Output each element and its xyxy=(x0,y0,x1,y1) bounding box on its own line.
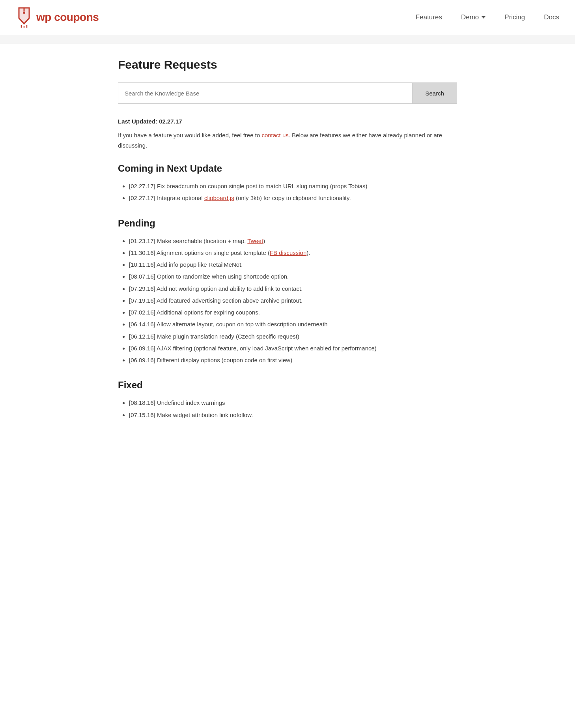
list-item: [06.12.16] Make plugin translation ready… xyxy=(129,331,457,342)
list-item: [08.18.16] Undefined index warnings xyxy=(129,398,457,408)
fb-discussion-link[interactable]: FB discussion xyxy=(270,249,306,256)
site-header: wp coupons Features Demo Pricing Docs xyxy=(0,0,575,35)
gray-band xyxy=(0,35,575,44)
intro-text: If you have a feature you would like add… xyxy=(118,130,457,150)
feature-list-pending: [01.23.17] Make searchable (location + m… xyxy=(118,236,457,366)
nav-pricing[interactable]: Pricing xyxy=(504,13,525,21)
section-heading-pending: Pending xyxy=(118,218,457,229)
last-updated: Last Updated: 02.27.17 xyxy=(118,118,457,125)
search-button[interactable]: Search xyxy=(412,83,457,103)
logo-link[interactable]: wp coupons xyxy=(16,7,99,28)
list-item: [06.09.16] Different display options (co… xyxy=(129,355,457,365)
section-heading-fixed: Fixed xyxy=(118,380,457,391)
list-item: [02.27.17] Fix breadcrumb on coupon sing… xyxy=(129,181,457,191)
list-item: [07.29.16] Add not working option and ab… xyxy=(129,284,457,294)
list-item: [07.15.16] Make widget attribution link … xyxy=(129,410,457,420)
logo-icon xyxy=(16,7,32,28)
list-item: [06.09.16] AJAX filtering (optional feat… xyxy=(129,343,457,354)
list-item: [02.27.17] Integrate optional clipboard.… xyxy=(129,193,457,203)
logo-coupons: coupons xyxy=(54,11,99,23)
list-item: [07.19.16] Add featured advertising sect… xyxy=(129,296,457,306)
main-content: Feature Requests Search Last Updated: 02… xyxy=(98,44,477,458)
nav-demo[interactable]: Demo xyxy=(461,13,485,21)
page-title: Feature Requests xyxy=(118,58,457,71)
intro-text-before: If you have a feature you would like add… xyxy=(118,132,261,138)
nav-docs[interactable]: Docs xyxy=(544,13,559,21)
list-item: [08.07.16] Option to randomize when usin… xyxy=(129,271,457,282)
logo-text: wp coupons xyxy=(36,11,99,24)
section-fixed: Fixed [08.18.16] Undefined index warning… xyxy=(118,380,457,420)
chevron-down-icon xyxy=(482,16,485,19)
section-pending: Pending [01.23.17] Make searchable (loca… xyxy=(118,218,457,366)
search-input[interactable] xyxy=(118,83,412,103)
feature-list-fixed: [08.18.16] Undefined index warnings [07.… xyxy=(118,398,457,420)
list-item: [01.23.17] Make searchable (location + m… xyxy=(129,236,457,246)
search-bar: Search xyxy=(118,82,457,104)
nav-features[interactable]: Features xyxy=(416,13,442,21)
feature-list-coming-next: [02.27.17] Fix breadcrumb on coupon sing… xyxy=(118,181,457,204)
list-item: [10.11.16] Add info popup like RetailMeN… xyxy=(129,260,457,270)
tweet-link[interactable]: Tweet xyxy=(247,238,263,244)
list-item: [07.02.16] Additional options for expiri… xyxy=(129,307,457,318)
list-item: [11.30.16] Alignment options on single p… xyxy=(129,248,457,258)
clipboard-js-link[interactable]: clipboard.js xyxy=(204,195,234,201)
section-heading-coming-next: Coming in Next Update xyxy=(118,163,457,174)
svg-point-1 xyxy=(23,11,25,14)
list-item: [06.14.16] Allow alternate layout, coupo… xyxy=(129,319,457,329)
main-nav: Features Demo Pricing Docs xyxy=(416,13,559,21)
section-coming-next: Coming in Next Update [02.27.17] Fix bre… xyxy=(118,163,457,204)
contact-us-link[interactable]: contact us xyxy=(261,132,288,138)
logo-wp: wp xyxy=(36,11,51,23)
